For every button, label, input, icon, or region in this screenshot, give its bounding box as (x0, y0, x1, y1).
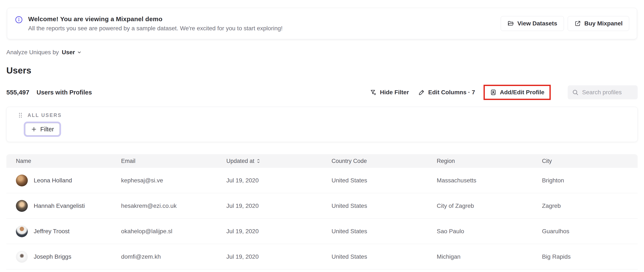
buy-mixpanel-button[interactable]: Buy Mixpanel (568, 16, 629, 31)
edit-columns-button[interactable]: Edit Columns · 7 (418, 89, 475, 96)
user-city: Brighton (532, 177, 638, 184)
user-name: Leona Holland (34, 177, 72, 184)
page-title: Users (6, 65, 638, 76)
user-region: City of Zagreb (427, 203, 532, 209)
user-email: hesakrem@ezi.co.uk (112, 203, 217, 209)
add-edit-profile-button[interactable]: Add/Edit Profile (490, 89, 544, 96)
plus-icon (31, 126, 37, 132)
user-name: Joseph Briggs (34, 253, 71, 260)
search-icon (572, 89, 579, 96)
external-link-icon (574, 20, 581, 27)
user-city: Zagreb (532, 203, 638, 209)
banner-title: Welcome! You are viewing a Mixpanel demo (28, 15, 282, 23)
drag-handle-icon[interactable] (18, 112, 23, 118)
table-row[interactable]: Jeffrey Troost okahelop@lalijpe.sl Jul 1… (6, 219, 638, 244)
user-name: Hannah Evangelisti (34, 203, 85, 209)
user-city: Big Rapids (532, 253, 638, 260)
edit-columns-label: Edit Columns · 7 (428, 89, 475, 96)
user-updated-at: Jul 19, 2020 (217, 177, 322, 184)
table-row[interactable]: Hannah Evangelisti hesakrem@ezi.co.uk Ju… (6, 193, 638, 219)
user-email: kephesaj@si.ve (112, 177, 217, 184)
column-header-updated-at[interactable]: Updated at (217, 158, 322, 164)
profiles-table: Name Email Updated at Country Code Regio… (6, 154, 638, 270)
folder-open-icon (507, 20, 514, 27)
search-profiles-input[interactable] (582, 89, 634, 96)
add-filter-label: Filter (40, 126, 54, 133)
breadcrumb: Analyze Uniques by User (6, 49, 638, 56)
user-city: Guarulhos (532, 228, 638, 235)
user-region: Massachusetts (427, 177, 532, 184)
filter-panel: ALL USERS Filter (6, 107, 638, 142)
profile-card-icon (490, 89, 497, 96)
analyze-uniques-by-label: Analyze Uniques by (6, 49, 59, 56)
profiles-count: 555,497 (6, 89, 29, 96)
avatar (16, 251, 28, 263)
user-name: Jeffrey Troost (34, 228, 70, 235)
column-header-city[interactable]: City (532, 158, 638, 164)
profiles-toolbar: Hide Filter Edit Columns · 7 Add/Edit Pr… (370, 85, 638, 100)
avatar (16, 200, 28, 212)
banner-subtitle: All the reports you see are powered by a… (28, 25, 282, 32)
view-datasets-button[interactable]: View Datasets (501, 16, 564, 31)
hide-filter-label: Hide Filter (380, 89, 409, 96)
user-updated-at: Jul 19, 2020 (217, 203, 322, 209)
analyze-by-dropdown[interactable]: User (62, 49, 82, 56)
info-icon (15, 16, 23, 23)
search-profiles-box (568, 85, 638, 99)
hide-filter-button[interactable]: Hide Filter (370, 89, 409, 96)
pencil-icon (418, 89, 425, 96)
user-country: United States (322, 253, 427, 260)
chevron-down-icon (77, 50, 82, 55)
sort-arrows-icon (256, 158, 260, 164)
all-users-group-label: ALL USERS (28, 112, 62, 118)
user-updated-at: Jul 19, 2020 (217, 228, 322, 235)
column-header-email[interactable]: Email (112, 158, 217, 164)
buy-mixpanel-label: Buy Mixpanel (584, 20, 622, 27)
avatar (16, 175, 28, 186)
table-header-row: Name Email Updated at Country Code Regio… (6, 154, 638, 168)
user-email: okahelop@lalijpe.sl (112, 228, 217, 235)
analyze-by-selected-value: User (62, 49, 75, 56)
table-row[interactable]: Joseph Briggs domfi@zem.kh Jul 19, 2020 … (6, 244, 638, 270)
user-updated-at: Jul 19, 2020 (217, 253, 322, 260)
add-filter-button[interactable]: Filter (25, 123, 60, 135)
view-datasets-label: View Datasets (518, 20, 557, 27)
column-header-name[interactable]: Name (6, 158, 112, 164)
summary-toolbar-row: 555,497 Users with Profiles Hide Filter … (6, 84, 638, 101)
profiles-count-label: Users with Profiles (36, 89, 92, 96)
filter-funnel-icon (370, 89, 377, 96)
user-country: United States (322, 228, 427, 235)
table-row[interactable]: Leona Holland kephesaj@si.ve Jul 19, 202… (6, 168, 638, 193)
avatar (16, 225, 28, 237)
demo-banner: Welcome! You are viewing a Mixpanel demo… (7, 8, 637, 39)
column-header-region[interactable]: Region (427, 158, 532, 164)
add-edit-profile-label: Add/Edit Profile (500, 89, 544, 96)
user-region: Sao Paulo (427, 228, 532, 235)
user-country: United States (322, 203, 427, 209)
column-header-country-code[interactable]: Country Code (322, 158, 427, 164)
user-region: Michigan (427, 253, 532, 260)
user-email: domfi@zem.kh (112, 253, 217, 260)
user-country: United States (322, 177, 427, 184)
highlight-box: Add/Edit Profile (484, 85, 551, 100)
